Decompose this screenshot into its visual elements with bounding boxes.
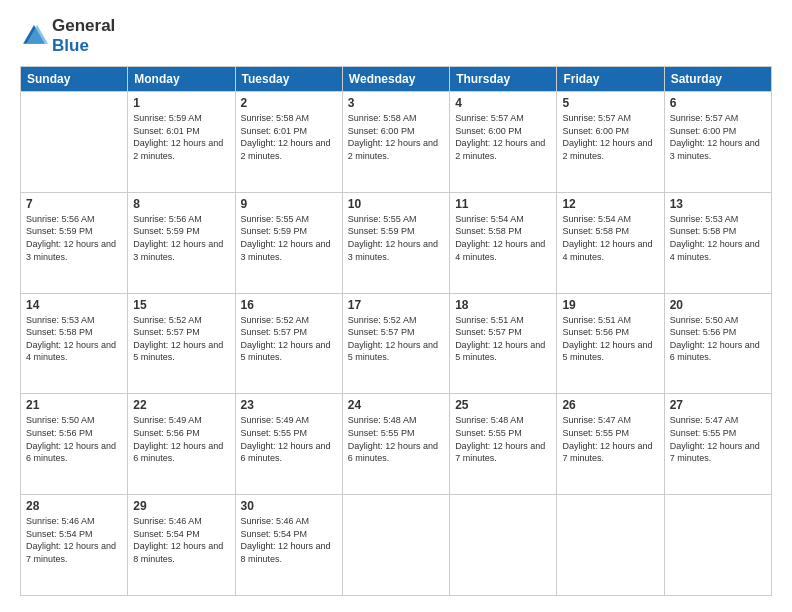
calendar-cell: 29Sunrise: 5:46 AMSunset: 5:54 PMDayligh…	[128, 495, 235, 596]
calendar-cell	[557, 495, 664, 596]
day-number: 30	[241, 499, 337, 513]
calendar-cell: 27Sunrise: 5:47 AMSunset: 5:55 PMDayligh…	[664, 394, 771, 495]
day-number: 26	[562, 398, 658, 412]
day-info: Sunrise: 5:55 AMSunset: 5:59 PMDaylight:…	[241, 213, 337, 263]
calendar-cell: 24Sunrise: 5:48 AMSunset: 5:55 PMDayligh…	[342, 394, 449, 495]
calendar-cell: 12Sunrise: 5:54 AMSunset: 5:58 PMDayligh…	[557, 192, 664, 293]
day-info: Sunrise: 5:52 AMSunset: 5:57 PMDaylight:…	[241, 314, 337, 364]
calendar-cell: 26Sunrise: 5:47 AMSunset: 5:55 PMDayligh…	[557, 394, 664, 495]
calendar-cell: 22Sunrise: 5:49 AMSunset: 5:56 PMDayligh…	[128, 394, 235, 495]
calendar-cell: 21Sunrise: 5:50 AMSunset: 5:56 PMDayligh…	[21, 394, 128, 495]
day-number: 8	[133, 197, 229, 211]
day-number: 12	[562, 197, 658, 211]
logo-text: General Blue	[52, 16, 115, 56]
calendar-cell: 17Sunrise: 5:52 AMSunset: 5:57 PMDayligh…	[342, 293, 449, 394]
day-info: Sunrise: 5:47 AMSunset: 5:55 PMDaylight:…	[670, 414, 766, 464]
day-number: 27	[670, 398, 766, 412]
day-number: 14	[26, 298, 122, 312]
col-header-tuesday: Tuesday	[235, 67, 342, 92]
logo: General Blue	[20, 16, 115, 56]
day-number: 16	[241, 298, 337, 312]
week-row-3: 14Sunrise: 5:53 AMSunset: 5:58 PMDayligh…	[21, 293, 772, 394]
calendar-cell: 6Sunrise: 5:57 AMSunset: 6:00 PMDaylight…	[664, 92, 771, 193]
calendar-cell: 9Sunrise: 5:55 AMSunset: 5:59 PMDaylight…	[235, 192, 342, 293]
calendar-cell	[664, 495, 771, 596]
day-number: 3	[348, 96, 444, 110]
day-number: 21	[26, 398, 122, 412]
day-number: 2	[241, 96, 337, 110]
calendar-cell: 14Sunrise: 5:53 AMSunset: 5:58 PMDayligh…	[21, 293, 128, 394]
day-info: Sunrise: 5:57 AMSunset: 6:00 PMDaylight:…	[562, 112, 658, 162]
week-row-4: 21Sunrise: 5:50 AMSunset: 5:56 PMDayligh…	[21, 394, 772, 495]
day-info: Sunrise: 5:49 AMSunset: 5:55 PMDaylight:…	[241, 414, 337, 464]
day-info: Sunrise: 5:51 AMSunset: 5:56 PMDaylight:…	[562, 314, 658, 364]
calendar-cell: 20Sunrise: 5:50 AMSunset: 5:56 PMDayligh…	[664, 293, 771, 394]
day-number: 22	[133, 398, 229, 412]
week-row-5: 28Sunrise: 5:46 AMSunset: 5:54 PMDayligh…	[21, 495, 772, 596]
calendar-cell: 25Sunrise: 5:48 AMSunset: 5:55 PMDayligh…	[450, 394, 557, 495]
calendar-cell: 19Sunrise: 5:51 AMSunset: 5:56 PMDayligh…	[557, 293, 664, 394]
day-number: 4	[455, 96, 551, 110]
calendar-cell: 23Sunrise: 5:49 AMSunset: 5:55 PMDayligh…	[235, 394, 342, 495]
day-number: 5	[562, 96, 658, 110]
calendar-cell: 7Sunrise: 5:56 AMSunset: 5:59 PMDaylight…	[21, 192, 128, 293]
day-number: 24	[348, 398, 444, 412]
calendar-cell: 13Sunrise: 5:53 AMSunset: 5:58 PMDayligh…	[664, 192, 771, 293]
day-info: Sunrise: 5:50 AMSunset: 5:56 PMDaylight:…	[670, 314, 766, 364]
day-info: Sunrise: 5:52 AMSunset: 5:57 PMDaylight:…	[133, 314, 229, 364]
calendar-cell	[450, 495, 557, 596]
calendar-cell: 5Sunrise: 5:57 AMSunset: 6:00 PMDaylight…	[557, 92, 664, 193]
day-info: Sunrise: 5:54 AMSunset: 5:58 PMDaylight:…	[455, 213, 551, 263]
calendar-header-row: SundayMondayTuesdayWednesdayThursdayFrid…	[21, 67, 772, 92]
day-number: 13	[670, 197, 766, 211]
col-header-friday: Friday	[557, 67, 664, 92]
day-info: Sunrise: 5:53 AMSunset: 5:58 PMDaylight:…	[670, 213, 766, 263]
calendar-cell	[21, 92, 128, 193]
day-number: 11	[455, 197, 551, 211]
col-header-wednesday: Wednesday	[342, 67, 449, 92]
day-number: 19	[562, 298, 658, 312]
header: General Blue	[20, 16, 772, 56]
day-info: Sunrise: 5:48 AMSunset: 5:55 PMDaylight:…	[455, 414, 551, 464]
day-number: 6	[670, 96, 766, 110]
day-info: Sunrise: 5:58 AMSunset: 6:01 PMDaylight:…	[241, 112, 337, 162]
calendar-cell: 30Sunrise: 5:46 AMSunset: 5:54 PMDayligh…	[235, 495, 342, 596]
day-info: Sunrise: 5:56 AMSunset: 5:59 PMDaylight:…	[133, 213, 229, 263]
page: General Blue SundayMondayTuesdayWednesda…	[0, 0, 792, 612]
calendar-cell: 15Sunrise: 5:52 AMSunset: 5:57 PMDayligh…	[128, 293, 235, 394]
day-info: Sunrise: 5:46 AMSunset: 5:54 PMDaylight:…	[241, 515, 337, 565]
day-number: 1	[133, 96, 229, 110]
day-number: 15	[133, 298, 229, 312]
day-info: Sunrise: 5:56 AMSunset: 5:59 PMDaylight:…	[26, 213, 122, 263]
calendar-cell: 18Sunrise: 5:51 AMSunset: 5:57 PMDayligh…	[450, 293, 557, 394]
day-number: 17	[348, 298, 444, 312]
col-header-monday: Monday	[128, 67, 235, 92]
col-header-saturday: Saturday	[664, 67, 771, 92]
day-number: 25	[455, 398, 551, 412]
day-number: 10	[348, 197, 444, 211]
day-number: 28	[26, 499, 122, 513]
calendar-cell: 2Sunrise: 5:58 AMSunset: 6:01 PMDaylight…	[235, 92, 342, 193]
day-info: Sunrise: 5:51 AMSunset: 5:57 PMDaylight:…	[455, 314, 551, 364]
calendar-cell: 16Sunrise: 5:52 AMSunset: 5:57 PMDayligh…	[235, 293, 342, 394]
day-number: 7	[26, 197, 122, 211]
day-info: Sunrise: 5:59 AMSunset: 6:01 PMDaylight:…	[133, 112, 229, 162]
day-number: 18	[455, 298, 551, 312]
day-info: Sunrise: 5:58 AMSunset: 6:00 PMDaylight:…	[348, 112, 444, 162]
calendar-cell: 11Sunrise: 5:54 AMSunset: 5:58 PMDayligh…	[450, 192, 557, 293]
calendar-cell: 28Sunrise: 5:46 AMSunset: 5:54 PMDayligh…	[21, 495, 128, 596]
day-info: Sunrise: 5:46 AMSunset: 5:54 PMDaylight:…	[26, 515, 122, 565]
col-header-thursday: Thursday	[450, 67, 557, 92]
logo-icon	[20, 22, 48, 50]
day-info: Sunrise: 5:50 AMSunset: 5:56 PMDaylight:…	[26, 414, 122, 464]
day-number: 29	[133, 499, 229, 513]
calendar-cell: 1Sunrise: 5:59 AMSunset: 6:01 PMDaylight…	[128, 92, 235, 193]
day-number: 9	[241, 197, 337, 211]
calendar-table: SundayMondayTuesdayWednesdayThursdayFrid…	[20, 66, 772, 596]
week-row-2: 7Sunrise: 5:56 AMSunset: 5:59 PMDaylight…	[21, 192, 772, 293]
day-info: Sunrise: 5:52 AMSunset: 5:57 PMDaylight:…	[348, 314, 444, 364]
week-row-1: 1Sunrise: 5:59 AMSunset: 6:01 PMDaylight…	[21, 92, 772, 193]
day-number: 20	[670, 298, 766, 312]
calendar-cell: 3Sunrise: 5:58 AMSunset: 6:00 PMDaylight…	[342, 92, 449, 193]
day-info: Sunrise: 5:48 AMSunset: 5:55 PMDaylight:…	[348, 414, 444, 464]
